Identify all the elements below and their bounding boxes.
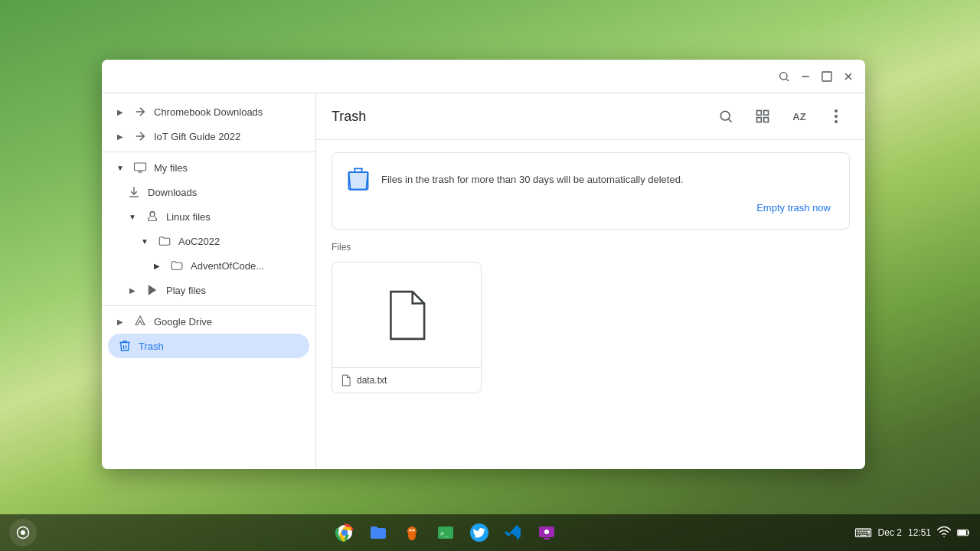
taskbar-date: Dec 2: [878, 527, 902, 538]
expand-icon: ▶: [114, 106, 126, 118]
chrome-icon: [335, 523, 354, 542]
file-small-icon: [340, 374, 352, 386]
sidebar-divider: [102, 152, 315, 152]
sidebar-item-aoc2022[interactable]: ▼ AoC2022 ⋮⋮: [102, 229, 315, 253]
empty-trash-button[interactable]: Empty trash now: [750, 199, 837, 217]
svg-point-28: [412, 530, 414, 532]
svg-rect-6: [135, 163, 146, 171]
taskbar-app-vscode[interactable]: [499, 519, 527, 546]
content-header: Trash AZ: [316, 93, 865, 140]
remote-icon: [537, 523, 556, 542]
sidebar-item-chromebook-downloads[interactable]: ▶ Chromebook Downloads: [102, 99, 315, 124]
minimize-button[interactable]: [798, 69, 813, 84]
expand-arrow-play: ▶: [126, 284, 139, 296]
file-name-bar: data.txt: [332, 367, 481, 393]
folder-icon-aoc: [157, 233, 172, 249]
taskbar: >_ ⌨ Dec 2: [0, 514, 980, 551]
sidebar-label-iot: IoT Gift Guide 2022: [154, 131, 303, 142]
taskbar-app-remote[interactable]: [533, 519, 560, 546]
more-icon: [835, 109, 838, 123]
svg-point-25: [341, 530, 348, 536]
expand-arrow-linux: ▼: [126, 210, 139, 223]
svg-point-10: [720, 111, 730, 120]
sidebar-label-adventofcode: AdventOfCode...: [191, 260, 303, 272]
keyboard-icon: ⌨: [854, 526, 872, 540]
taskbar-app-twitter[interactable]: [466, 519, 493, 546]
sidebar-label-chromebook-downloads: Chromebook Downloads: [154, 106, 303, 118]
view-toggle-button[interactable]: [749, 103, 776, 130]
download-icon: [126, 184, 142, 200]
sidebar-divider2: [102, 305, 315, 306]
svg-rect-16: [348, 172, 368, 190]
taskbar-right: ⌨ Dec 2 12:51: [854, 526, 971, 540]
drive-icon: [132, 314, 148, 329]
notice-banner: Files in the trash for more than 30 days…: [332, 152, 850, 230]
svg-marker-9: [149, 285, 157, 295]
svg-rect-13: [764, 111, 769, 116]
notice-actions: Empty trash now: [345, 199, 837, 217]
search-button[interactable]: [712, 103, 740, 130]
files-section-label: Files: [332, 242, 850, 253]
expand-icon: ▶: [114, 130, 126, 142]
file-manager-window: ▶ Chromebook Downloads ▶ IoT Gift Guide …: [102, 60, 865, 469]
battery-icon: [957, 526, 971, 540]
sidebar-item-play-files[interactable]: ▶ Play files: [102, 278, 315, 302]
search-titlebar-button[interactable]: [776, 69, 792, 84]
expand-arrow-myfiles: ▼: [114, 161, 126, 174]
files-icon: [369, 523, 387, 542]
sidebar-label-aoc2022: AoC2022: [178, 236, 276, 247]
more-options-button[interactable]: [822, 103, 850, 130]
svg-line-11: [729, 119, 732, 122]
content-area: Trash AZ: [316, 93, 865, 469]
sidebar-item-my-files[interactable]: ▼ My files: [102, 155, 315, 180]
launcher-button[interactable]: [9, 519, 37, 546]
sidebar-label-linux-files: Linux files: [166, 211, 303, 223]
sidebar-label-my-files: My files: [154, 162, 303, 174]
svg-rect-3: [822, 72, 831, 81]
svg-rect-36: [959, 530, 967, 535]
svg-point-34: [544, 530, 549, 534]
sort-button[interactable]: AZ: [786, 103, 813, 130]
window-body: ▶ Chromebook Downloads ▶ IoT Gift Guide …: [102, 93, 865, 469]
content-title: Trash: [332, 109, 703, 125]
window-controls: [776, 69, 856, 84]
sidebar-label-downloads: Downloads: [148, 187, 303, 198]
sidebar-item-linux-files[interactable]: ▼ Linux files: [102, 204, 315, 229]
taskbar-time: 12:51: [908, 527, 931, 538]
file-icon: [382, 288, 431, 343]
taskbar-left: [9, 519, 37, 546]
expand-arrow-aoc: ▼: [139, 235, 151, 247]
svg-rect-14: [757, 118, 762, 122]
svg-text:>_: >_: [440, 530, 449, 537]
files-grid: data.txt: [332, 262, 850, 393]
svg-point-22: [21, 530, 25, 535]
sidebar-label-play-files: Play files: [166, 285, 303, 296]
notice-text: Files in the trash for more than 30 days…: [381, 174, 684, 185]
taskbar-app-terminal[interactable]: >_: [432, 519, 459, 546]
vscode-icon: [504, 523, 522, 542]
folder-icon-advent: [169, 258, 185, 273]
sidebar-item-trash[interactable]: Trash: [108, 334, 309, 358]
terminal-icon: >_: [436, 523, 455, 542]
trash-notice-icon: [345, 165, 372, 193]
sidebar-item-google-drive[interactable]: ▶ Google Drive: [102, 309, 315, 334]
svg-rect-12: [757, 111, 762, 116]
sidebar-item-iot-gift-guide[interactable]: ▶ IoT Gift Guide 2022: [102, 124, 315, 148]
crostini-icon: [403, 523, 421, 542]
sidebar-item-adventofcode[interactable]: ▶ AdventOfCode...: [102, 253, 315, 278]
maximize-button[interactable]: [819, 69, 835, 84]
twitter-icon: [470, 523, 488, 542]
close-button[interactable]: [841, 69, 856, 84]
files-section: Files: [316, 242, 865, 393]
taskbar-app-crostini[interactable]: [398, 519, 426, 546]
title-bar: [102, 60, 865, 93]
taskbar-app-chrome[interactable]: [331, 519, 358, 546]
svg-point-29: [408, 531, 416, 540]
file-name: data.txt: [357, 375, 387, 386]
svg-point-0: [780, 72, 787, 79]
sidebar-label-google-drive: Google Drive: [154, 316, 303, 328]
sidebar-item-downloads[interactable]: Downloads: [102, 180, 315, 204]
taskbar-app-files[interactable]: [364, 519, 392, 546]
file-card-data-txt[interactable]: data.txt: [332, 262, 482, 393]
taskbar-center: >_: [37, 519, 854, 546]
